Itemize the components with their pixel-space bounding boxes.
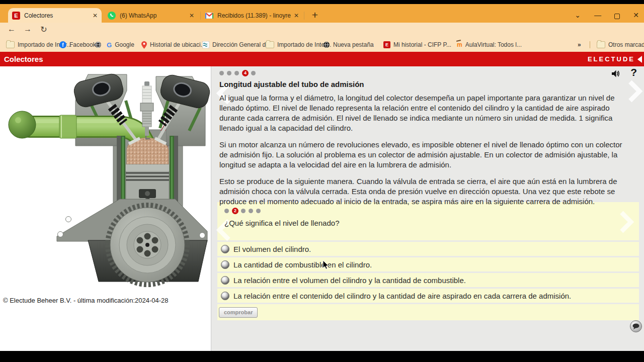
quiz-progress-dots: 2 — [224, 207, 632, 214]
progress-dot[interactable] — [224, 209, 229, 213]
bookmark-aulavirtual[interactable]: m AulaVirtual: Todos l... — [457, 40, 522, 49]
feedback-bubble-button[interactable] — [630, 320, 642, 332]
option-label: El volumen del cilindro. — [233, 245, 311, 253]
map-pin-icon — [141, 41, 147, 49]
tab-title: Recibidos (11.389) - linoyres@gm — [217, 12, 291, 19]
bookmark-historial-ubicacion[interactable]: Historial de ubicaci... — [141, 40, 206, 49]
media-panel: © Electude Beheer B.V. - última modifica… — [0, 66, 211, 351]
app-header: Colectores ELECTUDE — [0, 52, 644, 66]
progress-dot-active[interactable]: 4 — [242, 70, 249, 76]
globe-icon — [323, 41, 330, 48]
engine-illustration — [0, 70, 211, 295]
tab-title: (6) WhatsApp — [120, 12, 186, 19]
quiz-option-row[interactable]: La relación entre el volumen del cilindr… — [217, 273, 639, 287]
tab-title: Colectores — [24, 12, 90, 19]
quiz-option-row[interactable]: La cantidad de combustible en el cilindr… — [217, 257, 639, 272]
tab-search-icon[interactable]: ⌄ — [573, 11, 583, 19]
radio-sphere-icon[interactable] — [221, 260, 229, 269]
tab-separator — [304, 12, 304, 20]
page-title: Colectores — [4, 55, 43, 63]
lesson-paragraph: Esto se produce de la siguiente manera. … — [219, 176, 623, 207]
radio-sphere-icon[interactable] — [221, 292, 229, 300]
screen: { "browser": { "tabs": [ {"title": "Cole… — [0, 0, 644, 362]
check-answer-button[interactable]: comprobar — [219, 307, 258, 318]
help-icon[interactable]: ? — [630, 66, 637, 78]
lesson-title: Longitud ajustable del tubo de admisión — [219, 80, 623, 88]
whatsapp-favicon-icon — [108, 12, 116, 20]
tab-bar: E Colectores ✕ (6) WhatsApp ✕ Recibidos … — [0, 4, 644, 23]
option-label: La cantidad de combustible en el cilindr… — [233, 260, 372, 269]
browser-toolbar: ← → ↻ cpifpraulvazquezmad.electude.eu/sc… — [0, 23, 644, 38]
new-tab-button[interactable]: + — [309, 9, 321, 21]
bookmark-mi-historial[interactable]: E Mi historial - CIFP P... — [383, 40, 451, 49]
option-label: La relación entre el contenido del cilin… — [233, 292, 571, 300]
bookmark-label: Dirección General d... — [212, 41, 271, 48]
window-bottom-strip — [0, 351, 644, 362]
bookmark-nueva-pestana[interactable]: Nueva pestaña — [323, 40, 374, 49]
lesson-paragraph: Si un motor alcanza un número de revoluc… — [219, 140, 623, 170]
tab-close-icon[interactable]: ✕ — [189, 12, 194, 19]
lesson-paragraph: Al igual que la forma y el diámetro, la … — [219, 93, 623, 133]
tab-gmail[interactable]: Recibidos (11.389) - linoyres@gm ✕ — [201, 8, 303, 23]
bookmark-importado-2[interactable]: Importado de Inter... — [266, 40, 331, 49]
quiz-header: 2 ¿Qué significa el nivel de llenado? — [217, 202, 639, 240]
bookmark-google[interactable]: G Google — [107, 40, 134, 49]
folder-icon — [266, 41, 274, 48]
collapse-arrow-icon[interactable] — [637, 56, 642, 63]
forward-button[interactable]: → — [22, 25, 33, 34]
maximize-icon — [614, 14, 620, 19]
speech-bubble-icon — [632, 323, 640, 330]
maximize-button[interactable] — [612, 13, 622, 21]
progress-dot[interactable] — [256, 209, 261, 213]
bookmarks-overflow-button[interactable]: » — [578, 40, 581, 49]
tab-separator — [200, 12, 201, 20]
electude-favicon-icon: E — [12, 12, 20, 20]
facebook-icon: f — [59, 41, 66, 48]
folder-icon — [6, 41, 15, 48]
quiz-panel: 2 ¿Qué significa el nivel de llenado? El… — [217, 202, 639, 320]
electude-brand-logo: ELECTUDE — [588, 55, 635, 63]
radio-sphere-icon[interactable] — [221, 245, 229, 253]
google-g-icon: G — [107, 41, 112, 49]
progress-dot[interactable] — [219, 71, 224, 75]
back-button[interactable]: ← — [6, 25, 17, 34]
bookmark-direccion-general[interactable]: Dirección General d... — [202, 40, 271, 49]
lesson-progress-dots: 4 — [219, 69, 623, 76]
quiz-button-row: comprobar — [217, 304, 639, 320]
bookmarks-separator — [590, 41, 590, 48]
tab-whatsapp[interactable]: (6) WhatsApp ✕ — [104, 8, 198, 23]
progress-dot[interactable] — [227, 71, 231, 75]
close-window-button[interactable]: ✕ — [631, 11, 641, 19]
folder-icon — [597, 41, 605, 48]
minimize-button[interactable]: — — [593, 11, 603, 19]
quiz-option-row[interactable]: El volumen del cilindro. — [217, 242, 639, 256]
tab-colectores[interactable]: E Colectores ✕ — [8, 8, 102, 23]
progress-dot[interactable] — [234, 71, 239, 75]
copyright-text: © Electude Beheer B.V. - última modifica… — [3, 297, 169, 304]
quiz-option-row[interactable]: La relación entre el contenido del cilin… — [217, 289, 639, 303]
radio-sphere-icon[interactable] — [221, 276, 229, 285]
progress-dot-active[interactable]: 2 — [232, 208, 238, 214]
content-area: © Electude Beheer B.V. - última modifica… — [0, 66, 644, 351]
progress-dot[interactable] — [249, 209, 253, 213]
globe-icon — [95, 41, 102, 48]
lesson-panel: 4 Longitud ajustable del tubo de admisió… — [212, 66, 644, 202]
bookmark-label: Nueva pestaña — [333, 41, 374, 48]
other-bookmarks-button[interactable]: Otros marcadores — [597, 40, 644, 49]
bookmark-label: Facebook — [69, 41, 96, 48]
progress-dot[interactable] — [251, 71, 256, 75]
audio-speaker-icon[interactable] — [611, 69, 621, 78]
gmail-favicon-icon — [205, 13, 213, 19]
tab-close-icon[interactable]: ✕ — [93, 12, 98, 19]
bookmark-label: Google — [115, 41, 134, 48]
tab-close-icon[interactable]: ✕ — [294, 12, 299, 19]
bookmark-globe[interactable] — [95, 40, 102, 49]
bookmark-facebook[interactable]: f Facebook — [59, 40, 96, 49]
progress-dot[interactable] — [241, 209, 246, 213]
bookmarks-bar: Importado de Inter... f Facebook G Googl… — [0, 38, 644, 52]
bookmark-label: AulaVirtual: Todos l... — [465, 41, 522, 48]
electude-icon: E — [383, 41, 390, 48]
reload-button[interactable]: ↻ — [38, 25, 49, 34]
quiz-question: ¿Qué significa el nivel de llenado? — [224, 219, 632, 227]
moodle-icon: m — [457, 41, 462, 48]
